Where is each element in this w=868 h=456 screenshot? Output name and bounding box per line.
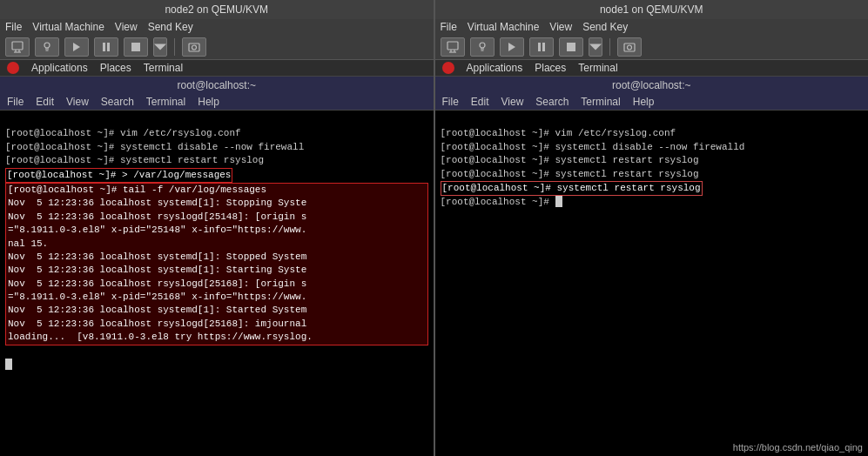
svg-rect-10 xyxy=(131,43,140,51)
left-term-file[interactable]: File xyxy=(7,96,24,108)
left-terminal-window: root@localhost:~ File Edit View Search T… xyxy=(0,77,434,456)
right-toolbar xyxy=(435,35,869,60)
right-term-edit[interactable]: Edit xyxy=(471,96,489,108)
left-tb-bulb[interactable] xyxy=(35,37,59,57)
left-app-bar: Applications Places Terminal xyxy=(0,60,434,77)
right-terminal-content[interactable]: [root@localhost ~]# vim /etc/rsyslog.con… xyxy=(435,111,869,456)
right-term-help[interactable]: Help xyxy=(633,96,655,108)
right-app-bar: Applications Places Terminal xyxy=(435,60,869,77)
right-tb-screenshot[interactable] xyxy=(617,37,642,57)
right-line-5-highlight: [root@localhost ~]# systemctl restart rs… xyxy=(441,181,703,196)
svg-marker-25 xyxy=(589,44,602,50)
left-menu-file[interactable]: File xyxy=(5,21,22,33)
left-line-1: [root@localhost ~]# vim /etc/rsyslog.con… xyxy=(5,128,241,138)
right-appbar-places[interactable]: Places xyxy=(535,62,566,74)
left-redhat-icon xyxy=(7,62,19,74)
left-appbar-places[interactable]: Places xyxy=(100,62,131,74)
right-line-2: [root@localhost ~]# systemctl disable --… xyxy=(441,142,745,152)
left-appbar-terminal[interactable]: Terminal xyxy=(144,62,183,74)
right-term-search[interactable]: Search xyxy=(535,96,569,108)
right-tb-monitor[interactable] xyxy=(441,37,465,57)
right-menu-vm[interactable]: Virtual Machine xyxy=(468,21,540,33)
left-term-edit[interactable]: Edit xyxy=(36,96,54,108)
svg-marker-21 xyxy=(508,43,515,51)
left-tb-stop[interactable] xyxy=(124,37,148,57)
left-term-help[interactable]: Help xyxy=(198,96,219,108)
right-tb-stop[interactable] xyxy=(559,37,583,57)
right-terminal-title: root@localhost:~ xyxy=(435,77,869,94)
svg-point-13 xyxy=(192,45,197,50)
left-tb-play[interactable] xyxy=(64,37,89,57)
left-toolbar xyxy=(0,35,434,60)
svg-point-4 xyxy=(44,43,50,48)
right-line-3: [root@localhost ~]# systemctl restart rs… xyxy=(441,155,699,165)
left-cursor-line xyxy=(5,359,12,370)
right-tb-play[interactable] xyxy=(500,37,524,57)
right-vm-menu: File Virtual Machine View Send Key xyxy=(435,19,869,35)
left-term-search[interactable]: Search xyxy=(101,96,134,108)
right-terminal-menu: File Edit View Search Terminal Help xyxy=(435,94,869,111)
right-redhat-icon xyxy=(442,62,454,74)
right-menu-sendkey[interactable]: Send Key xyxy=(582,21,628,33)
left-term-view[interactable]: View xyxy=(66,96,89,108)
left-tb-screenshot[interactable] xyxy=(182,37,206,57)
left-terminal-menu: File Edit View Search Terminal Help xyxy=(0,94,434,111)
left-appbar-applications[interactable]: Applications xyxy=(31,62,88,74)
svg-marker-7 xyxy=(73,43,80,51)
left-tb-pause[interactable] xyxy=(94,37,118,57)
svg-rect-0 xyxy=(12,42,23,50)
right-tb-bulb[interactable] xyxy=(470,37,495,57)
svg-rect-24 xyxy=(567,43,575,51)
right-tb-sep xyxy=(609,38,610,56)
left-vm-title: node2 on QEMU/KVM xyxy=(165,3,268,16)
right-terminal-window: root@localhost:~ File Edit View Search T… xyxy=(435,77,869,456)
right-tb-pause[interactable] xyxy=(529,37,554,57)
left-terminal-content[interactable]: [root@localhost ~]# vim /etc/rsyslog.con… xyxy=(0,111,434,456)
svg-rect-22 xyxy=(538,43,541,51)
left-tb-dropdown[interactable] xyxy=(153,37,167,57)
left-term-terminal[interactable]: Terminal xyxy=(146,96,185,108)
svg-marker-11 xyxy=(154,44,166,50)
svg-rect-14 xyxy=(447,42,458,50)
left-line-5-highlight: [root@localhost ~]# tail -f /var/log/mes… xyxy=(5,183,428,345)
svg-rect-8 xyxy=(103,43,105,51)
svg-rect-26 xyxy=(624,44,635,51)
right-tb-dropdown[interactable] xyxy=(589,37,602,57)
svg-point-18 xyxy=(480,43,485,48)
right-vm-title: node1 on QEMU/KVM xyxy=(600,3,703,16)
right-term-file[interactable]: File xyxy=(442,96,459,108)
svg-rect-9 xyxy=(107,43,110,51)
right-term-terminal[interactable]: Terminal xyxy=(581,96,620,108)
right-line-1: [root@localhost ~]# vim /etc/rsyslog.con… xyxy=(441,128,676,138)
right-appbar-applications[interactable]: Applications xyxy=(467,62,523,74)
left-menu-sendkey[interactable]: Send Key xyxy=(148,21,193,33)
right-line-6: [root@localhost ~]# xyxy=(441,197,562,207)
left-terminal-title: root@localhost:~ xyxy=(0,77,434,94)
left-menu-vm[interactable]: Virtual Machine xyxy=(32,21,104,33)
left-tb-sep xyxy=(174,38,175,56)
left-line-4-highlight: [root@localhost ~]# > /var/log/messages xyxy=(5,168,232,183)
svg-rect-12 xyxy=(189,44,199,51)
svg-rect-23 xyxy=(542,43,545,51)
left-title-bar: node2 on QEMU/KVM xyxy=(0,0,434,19)
right-menu-view[interactable]: View xyxy=(549,21,572,33)
right-menu-file[interactable]: File xyxy=(441,21,457,33)
right-title-bar: node1 on QEMU/KVM xyxy=(435,0,869,19)
right-appbar-terminal[interactable]: Terminal xyxy=(578,62,617,74)
left-vm-menu: File Virtual Machine View Send Key xyxy=(0,19,434,35)
left-line-3: [root@localhost ~]# systemctl restart rs… xyxy=(5,155,264,165)
svg-point-27 xyxy=(627,45,631,50)
right-term-view[interactable]: View xyxy=(501,96,524,108)
left-tb-monitor[interactable] xyxy=(5,37,30,57)
left-line-2: [root@localhost ~]# systemctl disable --… xyxy=(5,142,304,152)
left-menu-view[interactable]: View xyxy=(115,21,138,33)
right-line-4: [root@localhost ~]# systemctl restart rs… xyxy=(441,169,699,179)
